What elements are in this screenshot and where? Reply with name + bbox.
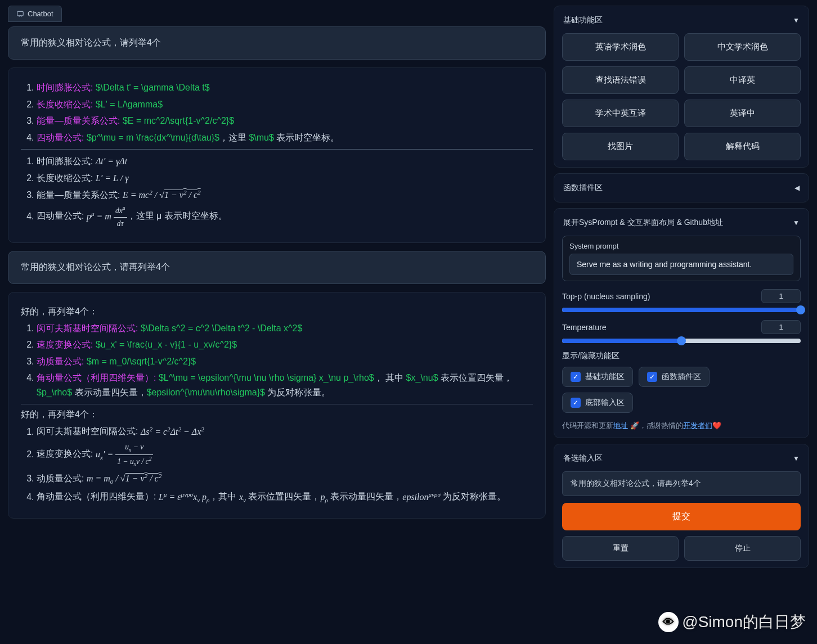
chevron-down-icon: ▼: [793, 454, 800, 462]
checkbox-basic[interactable]: ✓ 基础功能区: [562, 367, 633, 387]
chevron-left-icon: ◀: [794, 184, 800, 192]
stop-button[interactable]: 停止: [684, 536, 801, 561]
top-p-label: Top-p (nucleus sampling): [562, 292, 650, 301]
temperature-slider[interactable]: [562, 339, 801, 343]
top-p-value[interactable]: 1: [761, 289, 801, 303]
btn-en-to-zh[interactable]: 英译中: [684, 100, 801, 127]
panel-toggle-basic[interactable]: 基础功能区 ▼: [562, 13, 801, 28]
btn-academic-translate[interactable]: 学术中英互译: [562, 100, 679, 127]
bot-message: 好的，再列举4个： 闵可夫斯基时空间隔公式: $\Delta s^2 = c^2…: [8, 292, 546, 519]
system-prompt-label: System prompt: [569, 242, 793, 250]
temperature-label: Temperature: [562, 323, 607, 332]
prompt-input[interactable]: 常用的狭义相对论公式，请再列举4个: [562, 471, 801, 496]
user-message: 常用的狭义相对论公式，请再列举4个: [8, 251, 546, 284]
panel-toggle-settings[interactable]: 展开SysPrompt & 交互界面布局 & Github地址 ▼: [562, 215, 801, 230]
tab-chatbot[interactable]: Chatbot: [8, 6, 62, 22]
submit-button[interactable]: 提交: [562, 503, 801, 530]
check-icon: ✓: [571, 372, 581, 382]
checkbox-input[interactable]: ✓ 底部输入区: [562, 393, 633, 413]
plugin-panel: 函数插件区 ◀: [554, 173, 809, 202]
panel-title: 基础功能区: [563, 15, 603, 25]
top-p-slider[interactable]: [562, 308, 801, 312]
chat-icon: [16, 10, 24, 18]
panel-toggle-plugins[interactable]: 函数插件区 ◀: [562, 181, 801, 195]
btn-chinese-polish[interactable]: 中文学术润色: [684, 33, 801, 61]
btn-find-image[interactable]: 找图片: [562, 133, 679, 160]
panel-title: 函数插件区: [563, 183, 603, 193]
settings-panel: 展开SysPrompt & 交互界面布局 & Github地址 ▼ System…: [554, 208, 809, 438]
chat-area: 常用的狭义相对论公式，请列举4个 时间膨胀公式: $\Delta t' = \g…: [8, 26, 546, 638]
check-icon: ✓: [571, 398, 581, 408]
checkbox-plugins[interactable]: ✓ 函数插件区: [639, 367, 710, 387]
chevron-down-icon: ▼: [793, 16, 800, 24]
svg-rect-0: [17, 11, 24, 16]
input-panel: 备选输入区 ▼ 常用的狭义相对论公式，请再列举4个 提交 重置 停止: [554, 444, 809, 568]
toggle-section-label: 显示/隐藏功能区: [562, 351, 801, 361]
btn-grammar-check[interactable]: 查找语法错误: [562, 66, 679, 94]
panel-title: 展开SysPrompt & 交互界面布局 & Github地址: [563, 218, 723, 228]
basic-functions-panel: 基础功能区 ▼ 英语学术润色 中文学术润色 查找语法错误 中译英 学术中英互译 …: [554, 6, 809, 168]
credit-line: 代码开源和更新地址 🚀，感谢热情的开发者们❤️: [562, 421, 801, 431]
tab-bar: Chatbot: [8, 6, 546, 22]
panel-title: 备选输入区: [563, 453, 603, 463]
btn-zh-to-en[interactable]: 中译英: [684, 66, 801, 94]
user-message: 常用的狭义相对论公式，请列举4个: [8, 26, 546, 60]
chevron-down-icon: ▼: [793, 219, 800, 227]
tab-label: Chatbot: [28, 10, 53, 18]
system-prompt-box: System prompt Serve me as a writing and …: [562, 236, 801, 281]
system-prompt-input[interactable]: Serve me as a writing and programming as…: [569, 254, 793, 275]
devs-link[interactable]: 开发者们: [683, 421, 712, 430]
check-icon: ✓: [647, 372, 657, 382]
btn-english-polish[interactable]: 英语学术润色: [562, 33, 679, 61]
panel-toggle-input[interactable]: 备选输入区 ▼: [562, 451, 801, 466]
btn-explain-code[interactable]: 解释代码: [684, 133, 801, 160]
reset-button[interactable]: 重置: [562, 536, 679, 561]
bot-message: 时间膨胀公式: $\Delta t' = \gamma \Delta t$ 长度…: [8, 67, 546, 243]
temperature-value[interactable]: 1: [761, 320, 801, 334]
source-link[interactable]: 地址: [613, 421, 628, 430]
